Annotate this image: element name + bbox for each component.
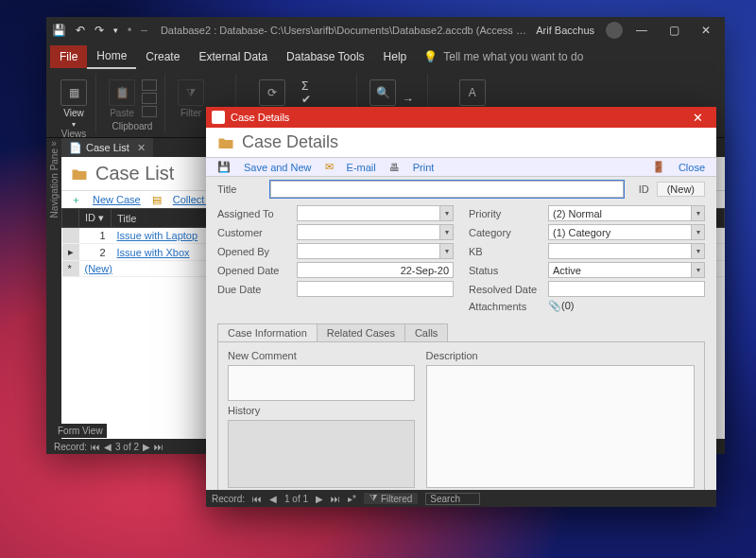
description-input[interactable] bbox=[426, 365, 695, 488]
category-field[interactable]: (1) Category▾ bbox=[548, 224, 705, 240]
maximize-button[interactable]: ▢ bbox=[661, 17, 687, 44]
save-and-new-link[interactable]: Save and New bbox=[244, 162, 312, 173]
title-input[interactable] bbox=[270, 181, 624, 198]
search-box[interactable]: Search bbox=[425, 493, 480, 505]
status-field[interactable]: Active▾ bbox=[548, 262, 705, 278]
first-record-icon[interactable]: ⏮ bbox=[252, 494, 262, 504]
case-details-window: Case Details ✕ Case Details 💾Save and Ne… bbox=[206, 107, 716, 507]
opened-date-label: Opened Date bbox=[217, 265, 291, 276]
col-selector[interactable] bbox=[62, 209, 79, 228]
dropdown-icon[interactable]: ▾ bbox=[113, 26, 118, 35]
filtered-indicator[interactable]: ⧩Filtered bbox=[364, 493, 418, 504]
history-label: History bbox=[228, 405, 415, 416]
mail-icon: ✉ bbox=[325, 161, 334, 173]
next-record-icon[interactable]: ▶ bbox=[316, 494, 323, 504]
history-box[interactable] bbox=[228, 420, 415, 488]
goto-icon[interactable]: → bbox=[403, 93, 420, 104]
avatar[interactable] bbox=[606, 22, 623, 39]
case-details-titlebar[interactable]: Case Details ✕ bbox=[206, 107, 716, 128]
email-link[interactable]: E-mail bbox=[347, 162, 376, 173]
copy-icon[interactable] bbox=[142, 93, 157, 104]
cut-icon[interactable] bbox=[142, 79, 157, 91]
attachments-value[interactable]: 📎(0) bbox=[548, 300, 705, 312]
assigned-to-field[interactable]: ▾ bbox=[297, 205, 454, 221]
folder-icon bbox=[71, 166, 88, 183]
user-name[interactable]: Arif Bacchus bbox=[536, 25, 600, 36]
chevron-down-icon[interactable]: ▾ bbox=[691, 206, 704, 220]
menu-help[interactable]: Help bbox=[374, 45, 417, 68]
category-label: Category bbox=[469, 227, 542, 238]
col-id[interactable]: ID ▾ bbox=[79, 209, 112, 228]
case-tabstrip: Case Information Related Cases Calls bbox=[217, 323, 705, 341]
kb-field[interactable]: ▾ bbox=[548, 243, 705, 259]
tab-related-cases[interactable]: Related Cases bbox=[317, 323, 405, 341]
first-record-icon[interactable]: ⏮ bbox=[91, 442, 100, 452]
customer-label: Customer bbox=[217, 227, 291, 238]
tab-body: New Comment History Description bbox=[217, 341, 705, 497]
menu-create[interactable]: Create bbox=[136, 45, 189, 68]
filter-icon: ⧩ bbox=[178, 79, 204, 106]
filter-button[interactable]: ⧩ Filter bbox=[177, 76, 205, 118]
resolved-date-field[interactable] bbox=[548, 281, 705, 297]
menu-home[interactable]: Home bbox=[87, 44, 136, 69]
menu-file[interactable]: File bbox=[50, 45, 87, 68]
opened-date-field[interactable]: 22-Sep-20 bbox=[297, 262, 454, 278]
minimize-button[interactable]: — bbox=[628, 17, 655, 44]
print-link[interactable]: Print bbox=[413, 162, 435, 173]
chevron-down-icon[interactable]: ▾ bbox=[691, 263, 704, 277]
prev-record-icon[interactable]: ◀ bbox=[104, 442, 112, 452]
close-tab-icon[interactable]: ✕ bbox=[137, 142, 146, 154]
close-button[interactable]: ✕ bbox=[693, 17, 719, 44]
find-icon: 🔍 bbox=[369, 79, 396, 106]
close-icon[interactable]: ✕ bbox=[684, 111, 711, 125]
chevron-right-icon[interactable]: » bbox=[51, 138, 57, 148]
save-icon[interactable]: 💾 bbox=[52, 24, 66, 37]
kb-label: KB bbox=[469, 246, 542, 257]
chevron-down-icon[interactable]: ▾ bbox=[691, 244, 704, 258]
replace-icon[interactable] bbox=[403, 79, 420, 91]
navigation-pane-collapsed[interactable]: » Navigation Pane bbox=[46, 138, 61, 439]
next-record-icon[interactable]: ▶ bbox=[143, 442, 150, 452]
titlebar[interactable]: 💾 ↶ ↷ ▾ • – Database2 : Database- C:\Use… bbox=[46, 17, 725, 44]
chevron-down-icon[interactable]: ▾ bbox=[439, 244, 453, 258]
undo-icon[interactable]: ↶ bbox=[76, 24, 85, 37]
opened-by-label: Opened By bbox=[217, 246, 291, 257]
customer-field[interactable]: ▾ bbox=[297, 224, 454, 240]
record-navigator[interactable]: Record: ⏮ ◀ 3 of 2 ▶ ⏭ bbox=[54, 442, 163, 452]
prev-record-icon[interactable]: ◀ bbox=[269, 494, 277, 504]
save-record-button[interactable]: ✔ bbox=[301, 93, 349, 104]
format-painter-icon[interactable] bbox=[142, 106, 157, 117]
chevron-down-icon[interactable]: ▾ bbox=[691, 225, 704, 239]
view-button[interactable]: ▦ View ▾ bbox=[60, 76, 88, 129]
menu-database-tools[interactable]: Database Tools bbox=[277, 45, 374, 68]
paste-button[interactable]: 📋 Paste bbox=[108, 76, 136, 118]
menubar: File Home Create External Data Database … bbox=[46, 44, 725, 70]
tell-me[interactable]: 💡 Tell me what you want to do bbox=[423, 50, 583, 63]
new-comment-input[interactable] bbox=[228, 365, 415, 401]
priority-field[interactable]: (2) Normal▾ bbox=[548, 205, 705, 221]
new-record-icon[interactable]: ▸* bbox=[348, 494, 356, 504]
last-record-icon[interactable]: ⏭ bbox=[154, 442, 163, 452]
new-case-link[interactable]: New Case bbox=[93, 194, 141, 205]
folder-icon bbox=[217, 134, 234, 151]
chevron-down-icon: ▾ bbox=[72, 120, 76, 129]
opened-by-field[interactable]: ▾ bbox=[297, 243, 454, 259]
sort-asc-icon[interactable] bbox=[211, 79, 228, 91]
last-record-icon[interactable]: ⏭ bbox=[331, 494, 340, 504]
document-tab[interactable]: 📄 Case List ✕ bbox=[61, 138, 153, 157]
new-record-button[interactable]: Σ bbox=[301, 79, 349, 91]
redo-icon[interactable]: ↷ bbox=[94, 24, 104, 37]
tab-calls[interactable]: Calls bbox=[404, 323, 448, 341]
due-date-field[interactable] bbox=[297, 281, 454, 297]
chevron-down-icon[interactable]: ▾ bbox=[439, 206, 453, 220]
close-link[interactable]: Close bbox=[679, 162, 705, 173]
chevron-down-icon[interactable]: ▾ bbox=[439, 225, 453, 239]
menu-external-data[interactable]: External Data bbox=[189, 45, 277, 68]
sort-desc-icon[interactable] bbox=[211, 93, 228, 104]
due-date-label: Due Date bbox=[217, 284, 291, 295]
priority-label: Priority bbox=[469, 208, 542, 219]
tell-me-label: Tell me what you want to do bbox=[443, 50, 583, 63]
case-details-header: Case Details bbox=[242, 132, 338, 152]
tab-case-information[interactable]: Case Information bbox=[217, 323, 318, 341]
bullet-icon: • bbox=[128, 24, 131, 37]
